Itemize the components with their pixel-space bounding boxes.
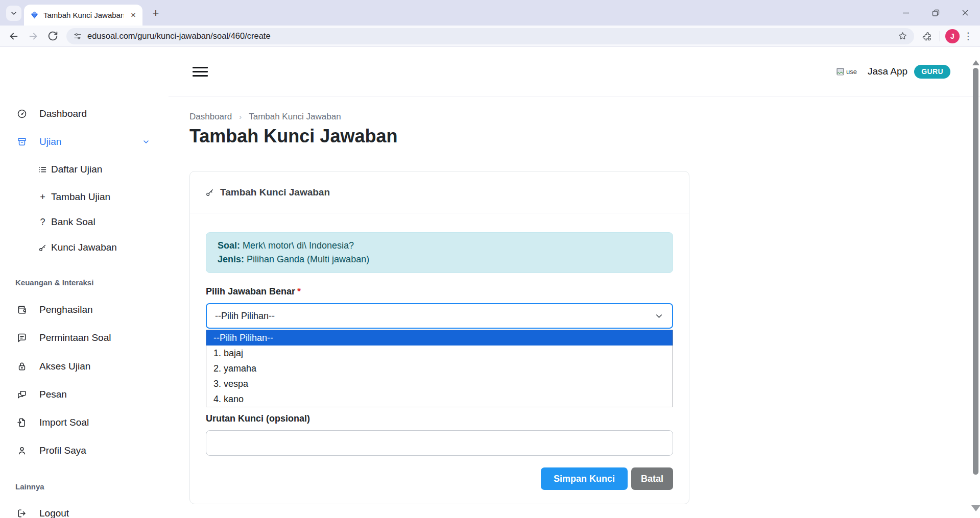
sidebar-item-label: Profil Saya xyxy=(39,445,86,456)
required-mark: * xyxy=(297,286,301,297)
window-controls xyxy=(891,0,980,26)
browser-profile-avatar[interactable]: J xyxy=(945,29,960,43)
forward-button[interactable] xyxy=(25,28,42,45)
sidebar-item-daftar-ujian[interactable]: Daftar Ujian xyxy=(0,162,169,177)
wallet-icon xyxy=(17,305,27,315)
extensions-icon[interactable] xyxy=(919,29,935,44)
sidebar-item-label: Ujian xyxy=(39,136,61,147)
sidebar-item-bank-soal[interactable]: ? Bank Soal xyxy=(0,215,169,229)
reload-button[interactable] xyxy=(44,28,61,45)
import-icon xyxy=(17,417,27,428)
sidebar-item-akses-ujian[interactable]: Akses Ujian xyxy=(0,359,169,374)
sidebar-item-label: Daftar Ujian xyxy=(51,164,102,175)
main-area: use Jasa App GURU Dashboard › Tambah Kun… xyxy=(169,47,980,518)
window-restore-button[interactable] xyxy=(921,0,950,26)
scrollbar-down-arrow[interactable] xyxy=(971,505,980,511)
toolbar-separator xyxy=(940,31,940,41)
sidebar-item-ujian[interactable]: Ujian xyxy=(0,135,169,149)
sidebar-section-lainnya: Lainnya xyxy=(15,481,44,492)
form-actions: Simpan Kunci Batal xyxy=(206,467,673,490)
answer-select-label: Pilih Jawaban Benar* xyxy=(206,286,673,297)
role-badge: GURU xyxy=(914,65,950,79)
save-button[interactable]: Simpan Kunci xyxy=(541,467,628,490)
tab-search-button[interactable] xyxy=(6,6,21,21)
sidebar-item-label: Akses Ujian xyxy=(39,361,90,372)
new-tab-button[interactable]: + xyxy=(149,7,162,20)
scrollbar-thumb[interactable] xyxy=(973,68,978,475)
browser-tab[interactable]: Tambah Kunci Jawaban | Guru S × xyxy=(24,5,142,26)
breadcrumb: Dashboard › Tambah Kunci Jawaban xyxy=(189,112,980,122)
chevron-down-icon xyxy=(10,9,18,17)
select-option[interactable]: 2. yamaha xyxy=(206,361,673,376)
content: Dashboard › Tambah Kunci Jawaban Tambah … xyxy=(169,112,980,504)
question-icon: ? xyxy=(38,217,47,227)
bookmark-star-icon[interactable] xyxy=(895,29,910,44)
sidebar-item-tambah-ujian[interactable]: + Tambah Ujian xyxy=(0,190,169,204)
sidebar-item-kunci-jawaban[interactable]: Kunci Jawaban xyxy=(0,240,169,255)
select-option[interactable]: --Pilih Pilihan-- xyxy=(206,330,673,346)
browser-tab-strip: Tambah Kunci Jawaban | Guru S × + xyxy=(0,0,980,26)
gauge-icon xyxy=(17,109,27,119)
answer-select[interactable]: --Pilih Pilihan-- xyxy=(206,303,673,329)
breadcrumb-separator-icon: › xyxy=(239,112,242,122)
card-body: Soal:Merk\ motor\ di\ Indonesia? Jenis:P… xyxy=(190,213,689,504)
list-icon xyxy=(38,164,47,175)
sidebar-item-label: Permintaan Soal xyxy=(39,332,111,343)
hamburger-menu-icon[interactable] xyxy=(193,67,208,77)
type-line: Jenis:Pilihan Ganda (Multi jawaban) xyxy=(218,253,661,266)
tab-title: Tambah Kunci Jawaban | Guru S xyxy=(43,11,124,19)
sidebar-item-label: Logout xyxy=(39,508,69,518)
archive-icon xyxy=(17,137,27,147)
breadcrumb-current: Tambah Kunci Jawaban xyxy=(249,112,341,122)
soal-text: Merk\ motor\ di\ Indonesia? xyxy=(243,240,354,251)
back-button[interactable] xyxy=(5,28,22,45)
page-title: Tambah Kunci Jawaban xyxy=(189,125,980,147)
broken-image-icon xyxy=(835,67,845,77)
sidebar-item-permintaan-soal[interactable]: Permintaan Soal xyxy=(0,331,169,345)
comment-icon xyxy=(17,333,27,343)
sidebar-item-dashboard[interactable]: Dashboard xyxy=(0,107,169,121)
order-input[interactable] xyxy=(206,430,673,456)
order-input-label: Urutan Kunci (opsional) xyxy=(206,413,673,424)
cancel-button[interactable]: Batal xyxy=(631,467,673,490)
browser-toolbar: edusoal.com/guru/kunci-jawaban/soal/460/… xyxy=(0,26,980,47)
user-icon xyxy=(17,446,27,456)
sidebar-item-label: Kunci Jawaban xyxy=(51,242,117,253)
select-option[interactable]: 1. bajaj xyxy=(206,346,673,361)
sidebar-item-import-soal[interactable]: Import Soal xyxy=(0,415,169,430)
chevron-down-icon xyxy=(654,311,664,321)
site-info-icon[interactable] xyxy=(73,32,82,41)
card-header: Tambah Kunci Jawaban xyxy=(190,171,689,213)
user-avatar-broken-image: use xyxy=(835,61,861,82)
user-name: Jasa App xyxy=(868,66,907,77)
window-minimize-button[interactable] xyxy=(891,0,921,26)
tab-close-icon[interactable]: × xyxy=(128,10,138,20)
address-bar[interactable]: edusoal.com/guru/kunci-jawaban/soal/460/… xyxy=(66,28,914,44)
chevron-down-icon xyxy=(142,138,150,146)
sidebar-item-label: Pesan xyxy=(39,389,67,400)
key-icon xyxy=(38,242,47,253)
plus-icon: + xyxy=(38,192,47,202)
sidebar-item-label: Dashboard xyxy=(39,108,87,119)
select-option[interactable]: 3. vespa xyxy=(206,376,673,391)
sidebar-item-penghasilan[interactable]: Penghasilan xyxy=(0,303,169,317)
select-option[interactable]: 4. kano xyxy=(206,391,673,407)
scrollbar-up-arrow[interactable] xyxy=(972,60,979,65)
answer-label-text: Pilih Jawaban Benar xyxy=(206,286,295,297)
sidebar-item-label: Tambah Ujian xyxy=(51,191,110,203)
question-info-alert: Soal:Merk\ motor\ di\ Indonesia? Jenis:P… xyxy=(206,232,673,273)
browser-menu-icon[interactable]: ⋮ xyxy=(962,30,975,42)
chats-icon xyxy=(17,389,27,400)
breadcrumb-dashboard-link[interactable]: Dashboard xyxy=(189,112,232,122)
jenis-text: Pilihan Ganda (Multi jawaban) xyxy=(247,254,369,264)
sidebar-item-pesan[interactable]: Pesan xyxy=(0,387,169,402)
sidebar-item-label: Penghasilan xyxy=(39,304,93,315)
site-favicon-icon xyxy=(30,11,39,19)
window-close-button[interactable] xyxy=(950,0,980,26)
lock-icon xyxy=(17,361,27,372)
avatar-alt-text: use xyxy=(846,68,857,76)
sidebar-section-keuangan: Keuangan & Interaksi xyxy=(15,277,93,288)
key-icon xyxy=(205,188,214,197)
sidebar-item-logout[interactable]: Logout xyxy=(0,506,169,518)
sidebar-item-profil-saya[interactable]: Profil Saya xyxy=(0,443,169,458)
